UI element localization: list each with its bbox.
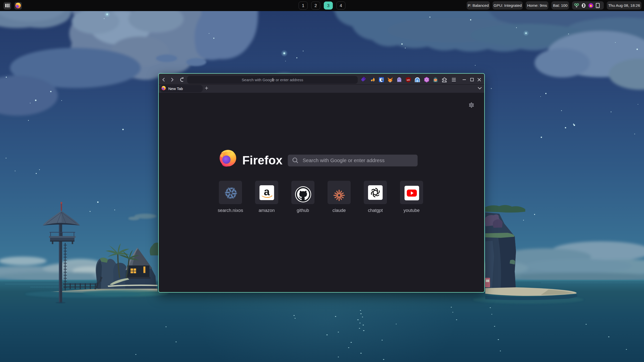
svg-text:uO: uO (407, 79, 410, 81)
svg-text:a: a (264, 186, 270, 198)
